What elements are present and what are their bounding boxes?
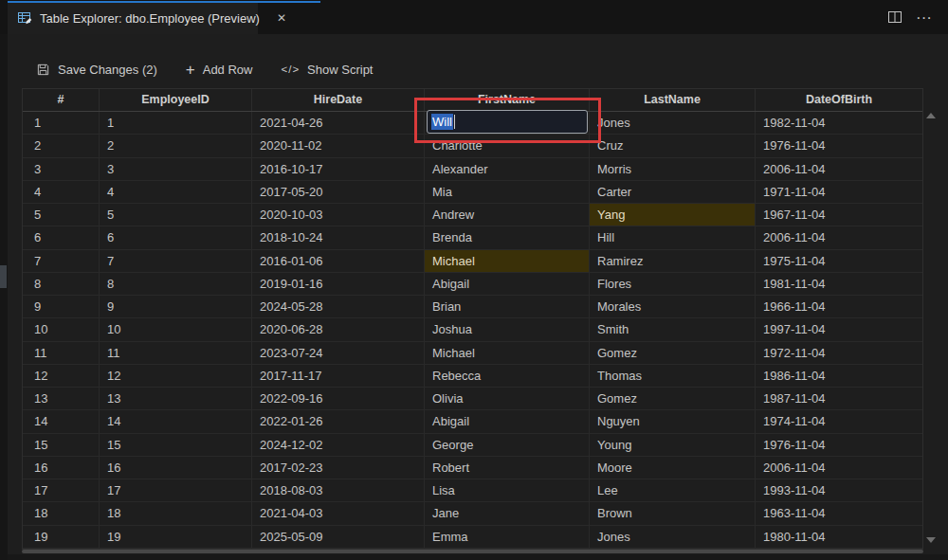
cell-last-name[interactable]: Young bbox=[590, 434, 756, 457]
cell-row-number[interactable]: 11 bbox=[23, 342, 100, 365]
cell-employee-id[interactable]: 12 bbox=[100, 365, 252, 388]
cell-hire-date[interactable]: 2021-04-03 bbox=[252, 502, 425, 525]
cell-hire-date[interactable]: 2018-08-03 bbox=[252, 479, 425, 502]
cell-row-number[interactable]: 3 bbox=[23, 158, 100, 181]
cell-row-number[interactable]: 6 bbox=[23, 226, 100, 249]
cell-date-of-birth[interactable]: 1972-11-04 bbox=[756, 342, 922, 365]
cell-first-name[interactable]: Charlotte bbox=[425, 135, 590, 157]
cell-employee-id[interactable]: 13 bbox=[100, 388, 252, 410]
cell-date-of-birth[interactable]: 1975-11-04 bbox=[756, 250, 922, 273]
cell-last-name[interactable]: Hill bbox=[590, 226, 756, 249]
cell-row-number[interactable]: 1 bbox=[23, 112, 100, 135]
cell-date-of-birth[interactable]: 1993-11-04 bbox=[756, 479, 922, 502]
cell-first-name[interactable]: Mia bbox=[425, 181, 590, 204]
cell-first-name[interactable]: Michael bbox=[425, 250, 590, 273]
cell-last-name[interactable]: Ramirez bbox=[590, 250, 756, 273]
cell-date-of-birth[interactable]: 1974-11-04 bbox=[756, 410, 922, 433]
cell-date-of-birth[interactable]: 1976-11-04 bbox=[756, 434, 922, 457]
cell-last-name[interactable]: Yang bbox=[590, 204, 756, 226]
cell-date-of-birth[interactable]: 1986-11-04 bbox=[756, 365, 922, 388]
cell-last-name[interactable]: Jones bbox=[590, 526, 756, 549]
cell-hire-date[interactable]: 2022-09-16 bbox=[252, 388, 425, 410]
cell-date-of-birth[interactable]: 1981-11-04 bbox=[756, 273, 922, 296]
cell-last-name[interactable]: Brown bbox=[590, 502, 756, 525]
cell-hire-date[interactable]: 2020-11-02 bbox=[252, 135, 425, 157]
more-actions-icon[interactable]: ··· bbox=[916, 9, 932, 26]
cell-row-number[interactable]: 4 bbox=[23, 181, 100, 204]
cell-first-name[interactable]: Alexander bbox=[425, 158, 590, 181]
tab-table-explorer[interactable]: Table Explorer: dbo.Employee (Preview) ✕ bbox=[8, 2, 258, 34]
cell-date-of-birth[interactable]: 1963-11-04 bbox=[756, 502, 922, 525]
cell-editor-input[interactable]: Will bbox=[427, 110, 588, 134]
cell-hire-date[interactable]: 2021-04-26 bbox=[252, 112, 425, 135]
cell-employee-id[interactable]: 11 bbox=[100, 342, 252, 365]
cell-employee-id[interactable]: 10 bbox=[100, 318, 252, 341]
cell-employee-id[interactable]: 7 bbox=[100, 250, 252, 273]
cell-first-name[interactable]: Robert bbox=[425, 457, 590, 479]
cell-hire-date[interactable]: 2022-01-26 bbox=[252, 410, 425, 433]
cell-employee-id[interactable]: 18 bbox=[100, 502, 252, 525]
cell-date-of-birth[interactable]: 1982-11-04 bbox=[756, 112, 922, 135]
cell-last-name[interactable]: Gomez bbox=[590, 388, 756, 410]
cell-hire-date[interactable]: 2017-05-20 bbox=[252, 181, 425, 204]
cell-last-name[interactable]: Moore bbox=[590, 457, 756, 479]
cell-employee-id[interactable]: 17 bbox=[100, 479, 252, 502]
cell-hire-date[interactable]: 2024-12-02 bbox=[252, 434, 425, 457]
cell-hire-date[interactable]: 2020-10-03 bbox=[252, 204, 425, 226]
cell-date-of-birth[interactable]: 1967-11-04 bbox=[756, 204, 922, 226]
scrollbar-down-arrow-icon[interactable] bbox=[926, 537, 936, 543]
cell-last-name[interactable]: Cruz bbox=[590, 135, 756, 157]
cell-row-number[interactable]: 15 bbox=[23, 434, 100, 457]
cell-last-name[interactable]: Morris bbox=[590, 158, 756, 181]
cell-employee-id[interactable]: 2 bbox=[100, 135, 252, 157]
cell-first-name[interactable]: Rebecca bbox=[425, 365, 590, 388]
cell-first-name[interactable]: Jane bbox=[425, 502, 590, 525]
cell-row-number[interactable]: 9 bbox=[23, 296, 100, 318]
cell-employee-id[interactable]: 5 bbox=[100, 204, 252, 226]
cell-hire-date[interactable]: 2016-01-06 bbox=[252, 250, 425, 273]
column-header-first-name[interactable]: FirstName bbox=[425, 89, 590, 111]
cell-first-name[interactable]: George bbox=[425, 434, 590, 457]
cell-hire-date[interactable]: 2018-10-24 bbox=[252, 226, 425, 249]
cell-employee-id[interactable]: 16 bbox=[100, 457, 252, 479]
cell-hire-date[interactable]: 2019-01-16 bbox=[252, 273, 425, 296]
cell-employee-id[interactable]: 3 bbox=[100, 158, 252, 181]
cell-date-of-birth[interactable]: 1971-11-04 bbox=[756, 181, 922, 204]
cell-first-name[interactable]: Joshua bbox=[425, 318, 590, 341]
column-header-last-name[interactable]: LastName bbox=[590, 89, 756, 111]
cell-first-name[interactable]: Andrew bbox=[425, 204, 590, 226]
cell-last-name[interactable]: Jones bbox=[590, 112, 756, 135]
cell-row-number[interactable]: 2 bbox=[23, 135, 100, 157]
cell-employee-id[interactable]: 19 bbox=[100, 526, 252, 549]
cell-row-number[interactable]: 17 bbox=[23, 479, 100, 502]
cell-first-name[interactable]: Olivia bbox=[425, 388, 590, 410]
cell-first-name[interactable]: Michael bbox=[425, 342, 590, 365]
cell-hire-date[interactable]: 2024-05-28 bbox=[252, 296, 425, 318]
cell-last-name[interactable]: Lee bbox=[590, 479, 756, 502]
cell-first-name[interactable]: Brenda bbox=[425, 226, 590, 249]
horizontal-scrollbar[interactable] bbox=[22, 550, 923, 553]
cell-last-name[interactable]: Nguyen bbox=[590, 410, 756, 433]
cell-employee-id[interactable]: 14 bbox=[100, 410, 252, 433]
cell-first-name[interactable]: Lisa bbox=[425, 479, 590, 502]
cell-hire-date[interactable]: 2016-10-17 bbox=[252, 158, 425, 181]
cell-employee-id[interactable]: 15 bbox=[100, 434, 252, 457]
cell-last-name[interactable]: Carter bbox=[590, 181, 756, 204]
cell-date-of-birth[interactable]: 1997-11-04 bbox=[756, 318, 922, 341]
cell-date-of-birth[interactable]: 1966-11-04 bbox=[756, 296, 922, 318]
cell-row-number[interactable]: 10 bbox=[23, 318, 100, 341]
cell-hire-date[interactable]: 2025-05-09 bbox=[252, 526, 425, 549]
cell-first-name[interactable]: Emma bbox=[425, 526, 590, 549]
cell-hire-date[interactable]: 2017-02-23 bbox=[252, 457, 425, 479]
cell-employee-id[interactable]: 8 bbox=[100, 273, 252, 296]
cell-date-of-birth[interactable]: 2006-11-04 bbox=[756, 457, 922, 479]
cell-date-of-birth[interactable]: 2006-11-04 bbox=[756, 226, 922, 249]
tab-close-icon[interactable]: ✕ bbox=[277, 11, 286, 25]
cell-first-name[interactable]: Abigail bbox=[425, 410, 590, 433]
cell-row-number[interactable]: 5 bbox=[23, 204, 100, 226]
cell-row-number[interactable]: 19 bbox=[23, 526, 100, 549]
cell-row-number[interactable]: 14 bbox=[23, 410, 100, 433]
cell-row-number[interactable]: 7 bbox=[23, 250, 100, 273]
split-editor-icon[interactable] bbox=[887, 10, 902, 24]
column-header-employee-id[interactable]: EmployeeID bbox=[100, 89, 252, 111]
